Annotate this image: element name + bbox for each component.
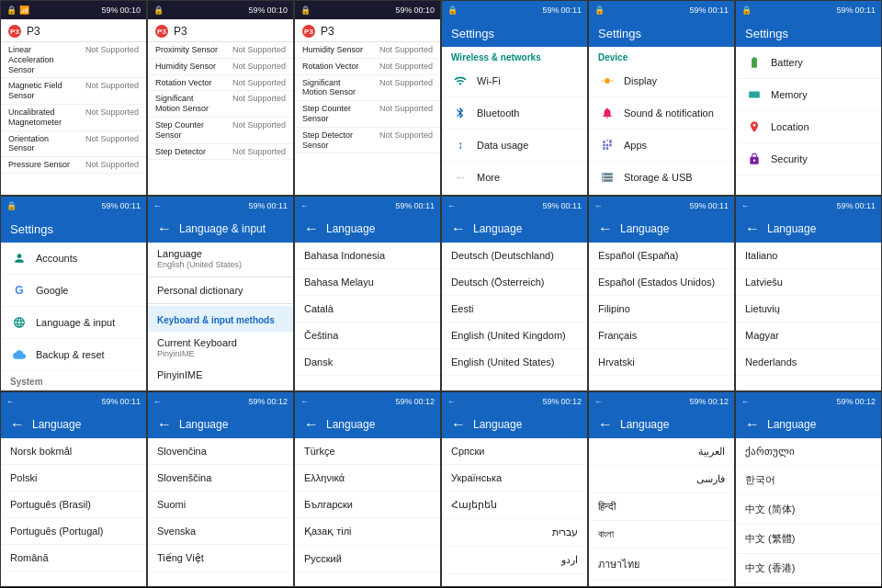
google-label: Google xyxy=(36,285,68,296)
lang-item[interactable]: Slovenščina xyxy=(148,465,293,492)
lang-item[interactable]: Español (España) xyxy=(589,243,734,269)
lang-item[interactable]: Русский xyxy=(295,546,440,572)
lang-item[interactable]: Norsk bokmål xyxy=(1,438,146,465)
lang-item[interactable]: Ελληνικά xyxy=(295,465,440,492)
lang-item[interactable]: ქართული xyxy=(736,438,881,466)
item-memory3[interactable]: Memory xyxy=(736,79,881,111)
lang-item[interactable]: Română xyxy=(1,545,146,571)
item-language-sel[interactable]: Language English (United States) xyxy=(148,243,293,275)
lang-item[interactable]: 中文 (繁體) xyxy=(736,525,881,554)
back-icon-l7[interactable]: ← xyxy=(304,416,319,433)
item-location3[interactable]: Location xyxy=(736,111,881,143)
lang-item[interactable]: Türkçe xyxy=(295,438,440,465)
lang-item[interactable]: Deutsch (Österreich) xyxy=(442,269,587,296)
lang-item[interactable]: Português (Brasil) xyxy=(1,492,146,518)
item-display2[interactable]: Display xyxy=(589,65,734,97)
sensor-value: Not Supported xyxy=(368,104,433,113)
item-more[interactable]: ··· More xyxy=(442,162,587,194)
lang-item[interactable]: 日本語 xyxy=(736,583,881,586)
lang-item[interactable]: Čeština xyxy=(295,322,440,349)
item-accounts[interactable]: Accounts xyxy=(1,243,146,275)
lang-item[interactable]: עברית xyxy=(442,519,587,547)
lang-item[interactable]: Latviešu xyxy=(736,269,881,296)
lang-item[interactable]: Suomi xyxy=(148,492,293,518)
status-bar-right: 59%00:11 xyxy=(395,201,435,210)
settings-header-p: Settings xyxy=(1,215,146,243)
lang-item[interactable]: العربية xyxy=(589,438,734,466)
item-sound2[interactable]: Sound & notification xyxy=(589,97,734,130)
lang-item[interactable]: Slovenčina xyxy=(148,438,293,465)
back-icon-l6[interactable]: ← xyxy=(157,416,172,433)
back-icon[interactable]: ← xyxy=(157,220,172,237)
lang-item[interactable]: 中文 (香港) xyxy=(736,554,881,583)
back-icon-l5[interactable]: ← xyxy=(10,416,25,433)
item-pinyinime[interactable]: PinyinIME xyxy=(148,364,293,386)
lang-item[interactable]: Français xyxy=(589,322,734,349)
sensor-row: Significant Motion Sensor Not Supported xyxy=(295,75,440,102)
lang-item[interactable]: Nederlands xyxy=(736,349,881,376)
lang-item[interactable]: 中文 (简体) xyxy=(736,495,881,525)
back-icon-l2[interactable]: ← xyxy=(451,220,466,237)
back-icon-l1[interactable]: ← xyxy=(304,220,319,237)
lang-item[interactable]: Српски xyxy=(442,438,587,465)
sensor-value: Not Supported xyxy=(368,45,433,54)
item-data[interactable]: ↕ Data usage xyxy=(442,130,587,162)
lang-item[interactable]: Filipino xyxy=(589,296,734,322)
lang-item[interactable]: Català xyxy=(295,296,440,322)
back-icon-l8[interactable]: ← xyxy=(451,416,466,433)
status-bar-right: 59%00:11 xyxy=(101,201,141,210)
lang-list2-content: Deutsch (Deutschland) Deutsch (Österreic… xyxy=(442,243,587,390)
lang-item[interactable]: Bahasa Melayu xyxy=(295,269,440,296)
back-icon-l3[interactable]: ← xyxy=(598,220,613,237)
lang-list9-title: Language xyxy=(620,418,669,431)
lang-item[interactable]: Português (Portugal) xyxy=(1,518,146,545)
lang-item[interactable]: Eesti xyxy=(442,296,587,322)
item-apps2[interactable]: Apps xyxy=(589,130,734,162)
sensor-name: Humidity Sensor xyxy=(155,62,220,72)
item-google[interactable]: G Google xyxy=(1,275,146,307)
lang-item[interactable]: Հայերեն xyxy=(442,492,587,519)
lang-item[interactable]: Italiano xyxy=(736,243,881,269)
lang-item[interactable]: فارسی xyxy=(589,466,734,493)
lang-item[interactable]: Қазақ тілі xyxy=(295,518,440,546)
lang-item[interactable]: Hrvatski xyxy=(589,349,734,376)
item-personal-dict[interactable]: Personal dictionary xyxy=(148,279,293,301)
lang-item[interactable]: বাংলা xyxy=(589,521,734,548)
item-battery3[interactable]: Battery xyxy=(736,47,881,79)
lang-item[interactable]: Magyar xyxy=(736,322,881,349)
lang-list2-header: ← Language xyxy=(442,215,587,243)
sensor-value: Not Supported xyxy=(220,120,286,130)
status-bar-left: 🔒 xyxy=(594,6,605,15)
lang-item[interactable]: ภาษาไทย xyxy=(589,548,734,581)
lang-item[interactable]: اردو xyxy=(442,547,587,574)
item-storage2[interactable]: Storage & USB xyxy=(589,162,734,194)
sensor-name: Rotation Vector xyxy=(155,78,220,88)
lang-item[interactable]: Polski xyxy=(1,465,146,492)
lang-item[interactable]: Tiếng Việt xyxy=(148,545,293,572)
lang-item[interactable]: Bahasa Indonesia xyxy=(295,243,440,269)
status-bar-18: ← 59%00:12 xyxy=(736,392,881,411)
item-bluetooth[interactable]: Bluetooth xyxy=(442,97,587,130)
back-icon-l9[interactable]: ← xyxy=(598,416,613,433)
lang-item[interactable]: Español (Estados Unidos) xyxy=(589,269,734,296)
item-security3[interactable]: Security xyxy=(736,143,881,175)
lang-item[interactable]: Svenska xyxy=(148,518,293,545)
lang-item[interactable]: Dansk xyxy=(295,349,440,376)
item-current-keyboard[interactable]: Current Keyboard PinyinIME xyxy=(148,332,293,364)
lang-list7-header: ← Language xyxy=(295,411,440,438)
item-backup[interactable]: Backup & reset xyxy=(1,339,146,371)
lang-item[interactable]: English (United States) xyxy=(442,349,587,376)
lang-item[interactable]: Български xyxy=(295,492,440,518)
lang-item[interactable]: हिन्दी xyxy=(589,493,734,521)
item-wifi[interactable]: Wi-Fi xyxy=(442,65,587,97)
lang-item[interactable]: English (United Kingdom) xyxy=(442,322,587,349)
back-icon-l4[interactable]: ← xyxy=(745,220,760,237)
lang-item[interactable]: Deutsch (Deutschland) xyxy=(442,243,587,269)
back-icon-l10[interactable]: ← xyxy=(745,416,760,433)
sensor-value: Not Supported xyxy=(74,134,139,143)
lang-list8-content: Српски Українська Հայերեն עברית اردو xyxy=(442,438,587,586)
lang-item[interactable]: 한국어 xyxy=(736,466,881,495)
lang-item[interactable]: Українська xyxy=(442,465,587,492)
lang-item[interactable]: Lietuvių xyxy=(736,296,881,322)
item-language[interactable]: Language & input xyxy=(1,307,146,339)
